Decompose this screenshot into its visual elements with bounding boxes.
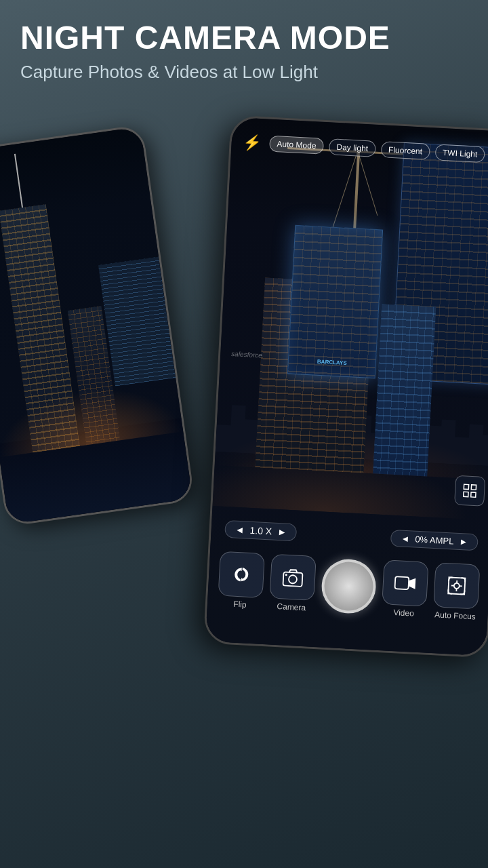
app-title: NIGHT CAMERA MODE [20,20,468,56]
phone-right-screen: BARCLAYS salesforce [205,117,488,656]
mode-daylight[interactable]: Day light [329,138,376,157]
barclays-building: BARCLAYS [287,225,383,379]
camera-label: Camera [277,601,306,612]
grid-icon [462,482,479,499]
zoom-control[interactable]: ◄ 1.0 X ► [224,520,298,542]
camera-button[interactable]: Camera [269,554,317,613]
svg-point-9 [454,583,460,589]
ampl-right-arrow[interactable]: ► [459,536,468,547]
svg-rect-0 [464,484,468,489]
city-scene: BARCLAYS salesforce [212,117,488,521]
mode-auto[interactable]: Auto Mode [269,136,324,155]
svg-point-5 [289,575,298,584]
zoom-left-arrow[interactable]: ◄ [235,524,245,536]
flip-svg [230,564,252,586]
autofocus-button[interactable]: Auto Focus [432,562,480,621]
zoom-right-arrow[interactable]: ► [277,526,287,538]
flip-icon [218,551,265,598]
svg-rect-2 [464,492,468,496]
autofocus-label: Auto Focus [434,610,476,621]
svg-rect-3 [471,492,476,497]
ampl-label: 0% AMPL [415,534,454,546]
flash-button[interactable]: ⚡ [239,130,265,155]
zoom-value: 1.0 X [249,525,272,537]
phone-right: BARCLAYS salesforce [203,115,488,658]
ampl-left-arrow[interactable]: ◄ [401,533,410,544]
video-icon [382,559,428,606]
video-button[interactable]: Video [381,559,428,618]
mode-fluorcent[interactable]: Fluorcent [380,141,430,160]
svg-rect-7 [394,576,409,589]
app-subtitle: Capture Photos & Videos at Low Light [20,62,468,83]
bottom-bar: ◄ 1.0 X ► ◄ 0% AMPL ► [205,506,488,656]
watermark: salesforce [231,350,262,359]
video-svg [393,574,417,593]
camera-icon [269,554,316,601]
mode-twilight[interactable]: TWI Light [434,144,485,163]
header: NIGHT CAMERA MODE Capture Photos & Video… [20,20,468,83]
shutter-circle[interactable] [321,558,378,615]
grid-overlay-button[interactable] [454,475,485,507]
right-building-2 [373,304,436,477]
ampl-control[interactable]: ◄ 0% AMPL ► [390,529,479,551]
flip-label: Flip [233,599,247,610]
svg-point-6 [285,574,287,576]
autofocus-svg [445,574,468,597]
camera-svg [281,567,304,587]
svg-rect-8 [448,577,465,594]
camera-buttons-row: Flip Camera [207,544,488,636]
video-label: Video [393,608,414,618]
autofocus-icon [433,562,480,609]
shutter-button[interactable] [321,558,378,615]
svg-rect-1 [471,485,476,490]
flip-button[interactable]: Flip [218,551,265,610]
